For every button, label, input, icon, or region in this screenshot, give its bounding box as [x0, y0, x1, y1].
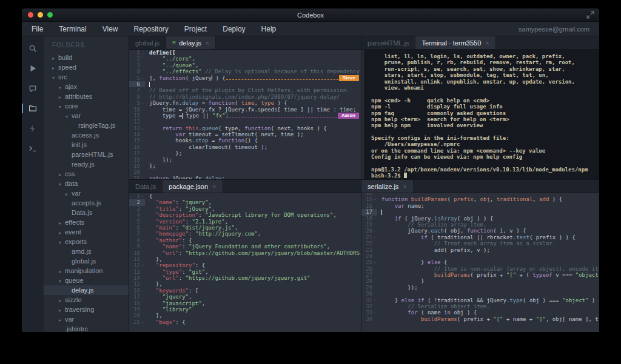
code-line[interactable]: 3 "title": "jQuery",: [129, 206, 361, 212]
code-line[interactable]: 13- return this.queue( type, function( n…: [129, 125, 361, 131]
tree-file-ready-js[interactable]: ready.js: [44, 159, 129, 169]
tree-folder-var[interactable]: ▾var: [44, 111, 129, 121]
code-line[interactable]: 25- } else {: [361, 259, 599, 265]
menu-repository[interactable]: Repository: [134, 25, 169, 33]
deploy-icon[interactable]: [22, 124, 44, 133]
code-line[interactable]: 8// http://blindsignals.com/index.php/20…: [129, 94, 361, 100]
code-line[interactable]: 24: [361, 253, 599, 259]
tree-folder-var[interactable]: ▸var: [44, 188, 129, 198]
tab-global-js[interactable]: global.js: [129, 36, 166, 49]
tab-package-json[interactable]: package.json×: [163, 180, 223, 193]
tree-file-access-js[interactable]: access.js: [44, 130, 129, 140]
tree-file-global-js[interactable]: global.js: [44, 256, 129, 266]
code-line[interactable]: 16 var name;: [361, 203, 599, 209]
code-line[interactable]: 14 var timeout = setTimeout( next, time …: [129, 131, 361, 137]
code-line[interactable]: 28 }: [361, 278, 599, 284]
code-line[interactable]: 9-jQuery.fn.delay = function( time, type…: [129, 100, 361, 106]
code-line[interactable]: 14 "url": "https://github.com/jquery/jqu…: [129, 275, 361, 281]
tree-folder-exports[interactable]: ▾exports: [44, 237, 129, 247]
tree-file-data-js[interactable]: Data.js: [44, 208, 129, 217]
code-line[interactable]: 22 // Treat each array item as a scalar.: [361, 240, 599, 247]
code-line[interactable]: 2 "../core",: [129, 56, 361, 62]
code-line[interactable]: 1-define([: [129, 50, 361, 56]
code-line[interactable]: 16 clearTimeout( timeout );: [129, 144, 361, 150]
code-line[interactable]: 20 ],: [129, 313, 361, 319]
code-line[interactable]: 16- "keywords": [: [129, 288, 361, 294]
tree-folder-speed[interactable]: ▸speed: [44, 62, 129, 72]
tree-file-jshintrc[interactable]: .jshintrc: [44, 324, 129, 332]
code-line[interactable]: 15-function buildParams( prefix, obj, tr…: [361, 196, 599, 202]
code-line[interactable]: 11 },: [129, 256, 361, 262]
code-line[interactable]: 32 // Serialize object item.: [361, 303, 599, 309]
code-editor[interactable]: 1-define([2 "../core",3 "../queue",4 "..…: [129, 50, 361, 179]
search-icon[interactable]: [22, 44, 44, 53]
code-line[interactable]: 27 buildParams( prefix + "[" + ( typeof …: [361, 272, 599, 278]
code-line[interactable]: 34 buildParams( prefix + "[" + name + "]…: [361, 316, 599, 322]
code-line[interactable]: 30: [361, 291, 599, 297]
tab-parsehtml-js[interactable]: parseHTML.js: [361, 36, 415, 49]
account-menu[interactable]: samypesse@gmail.com: [519, 25, 589, 33]
code-line[interactable]: 15- hooks.stop = function() {: [129, 137, 361, 144]
code-line[interactable]: 4 "../effects" // Delay is optional beca…: [129, 68, 361, 74]
code-line[interactable]: 17 "jquery",: [129, 294, 361, 300]
tree-folder-data[interactable]: ▾data: [44, 179, 129, 188]
tree-folder-manipulation[interactable]: ▸manipulation: [44, 266, 129, 276]
tree-file-amd-js[interactable]: amd.js: [44, 247, 129, 256]
menu-project[interactable]: Project: [184, 25, 207, 33]
close-icon[interactable]: ×: [485, 39, 489, 47]
tree-folder-traversing[interactable]: ▸traversing: [44, 305, 129, 314]
code-line[interactable]: 19 "library": [129, 306, 361, 313]
code-line[interactable]: 1-{: [129, 193, 361, 199]
menu-terminal[interactable]: Terminal: [59, 25, 86, 33]
fullscreen-icon[interactable]: [586, 11, 594, 19]
tree-file-rsingletag-js[interactable]: rsingleTag.js: [44, 121, 129, 130]
code-line[interactable]: 12- "repository": {: [129, 262, 361, 268]
code-line[interactable]: 26 // Item is non-scalar (array or objec…: [361, 266, 599, 272]
code-line[interactable]: 21- "bugs": {: [129, 319, 361, 325]
code-line[interactable]: 15 },: [129, 281, 361, 287]
tree-folder-build[interactable]: ▸build: [44, 53, 129, 62]
tree-folder-src[interactable]: ▾src: [44, 72, 129, 82]
terminal-icon[interactable]: [22, 144, 44, 153]
code-line[interactable]: 17: [361, 209, 599, 215]
code-line[interactable]: 2 "name": "jquery",: [129, 199, 361, 205]
code-line[interactable]: 9 "name": "jQuery Foundation and other c…: [129, 243, 361, 250]
run-icon[interactable]: [22, 64, 44, 73]
chat-icon[interactable]: [22, 84, 44, 93]
code-line[interactable]: 7 "homepage": "http://jquery.com",: [129, 231, 361, 237]
code-line[interactable]: 12: [129, 119, 361, 125]
code-line[interactable]: 11 type = type || "fx";Aaron: [129, 113, 361, 119]
code-line[interactable]: 20- jQuery.each( obj, function( i, v ) {: [361, 228, 599, 234]
code-line[interactable]: 21- if ( traditional || rbracket.test( p…: [361, 234, 599, 240]
code-line[interactable]: 3 "../queue",: [129, 62, 361, 68]
code-line[interactable]: 7// Based off of the plugin by Clint Hel…: [129, 87, 361, 93]
tab-data-js[interactable]: Data.js: [129, 180, 163, 193]
zoom-window-button[interactable]: [47, 12, 53, 18]
tree-file-accepts-js[interactable]: accepts.js: [44, 198, 129, 208]
code-editor[interactable]: 1-{2 "name": "jquery",3 "title": "jQuery…: [129, 193, 361, 332]
tree-folder-sizzle[interactable]: ▸sizzle: [44, 295, 129, 305]
code-line[interactable]: 21return jQuery.fn.delay;: [129, 176, 361, 179]
minimize-window-button[interactable]: [38, 12, 43, 18]
code-line[interactable]: 4 "description": "JavaScript library for…: [129, 212, 361, 218]
code-line[interactable]: 33- for ( name in obj ) {: [361, 309, 599, 316]
code-line[interactable]: 17 };: [129, 150, 361, 156]
menu-view[interactable]: View: [102, 25, 118, 33]
code-line[interactable]: 19 // Serialize array item.: [361, 222, 599, 228]
code-line[interactable]: 29 });: [361, 285, 599, 291]
tree-folder-attributes[interactable]: ▸attributes: [44, 91, 129, 101]
files-icon[interactable]: [22, 104, 44, 113]
code-line[interactable]: 18 "javascript",: [129, 300, 361, 306]
close-icon[interactable]: ×: [212, 183, 216, 190]
code-line[interactable]: 6 "main": "dist/jquery.js",: [129, 225, 361, 231]
code-line[interactable]: 10 time = jQuery.fx ? jQuery.fx.speeds[ …: [129, 107, 361, 113]
tree-folder-effects[interactable]: ▸effects: [44, 217, 129, 227]
tree-folder-queue[interactable]: ▾queue: [44, 276, 129, 285]
tree-folder-core[interactable]: ▾core: [44, 101, 129, 111]
code-editor[interactable]: 1415-function buildParams( prefix, obj, …: [361, 193, 599, 332]
menu-deploy[interactable]: Deploy: [223, 25, 245, 33]
tree-folder-var[interactable]: ▸var: [44, 314, 129, 324]
terminal-output[interactable]: list, ll, ln, login, ls, outdated, owner…: [361, 50, 599, 179]
code-line[interactable]: 19};: [129, 163, 361, 169]
tab-delay-js[interactable]: ≡delay.js×: [166, 36, 216, 49]
